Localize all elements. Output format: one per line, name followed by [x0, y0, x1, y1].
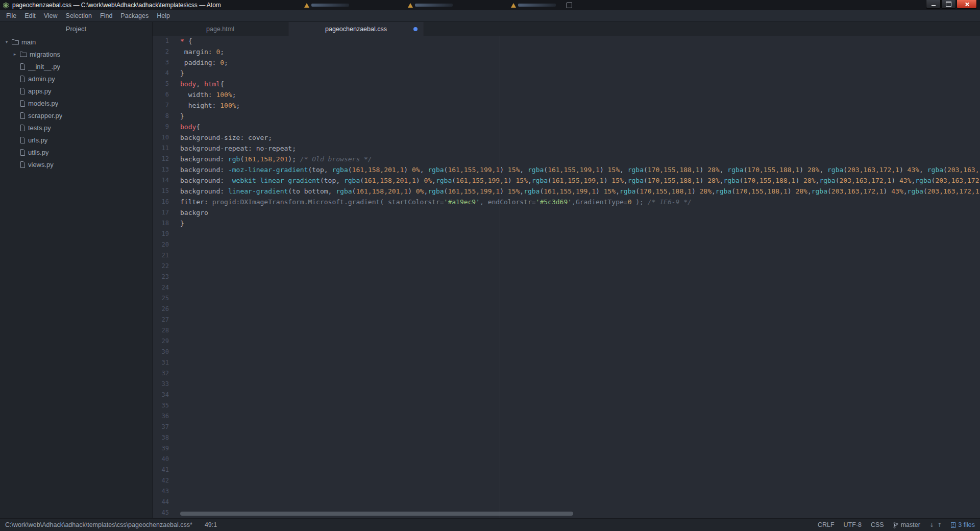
line-number: 23 — [153, 272, 175, 282]
git-changed-files-label: 3 files — [958, 521, 975, 528]
code-line-40 — [180, 454, 980, 465]
menu-file[interactable]: File — [2, 10, 20, 21]
tree-file-apps.py[interactable]: apps.py — [0, 85, 152, 97]
code-line-19 — [180, 229, 980, 239]
minimize-button[interactable] — [926, 0, 941, 9]
file-icon — [20, 137, 26, 143]
tree-item-label: main — [21, 38, 36, 46]
menu-find[interactable]: Find — [96, 10, 116, 21]
code-line-39 — [180, 443, 980, 454]
tab-page.html[interactable]: page.html — [153, 22, 288, 36]
maximize-icon — [946, 2, 951, 7]
modified-indicator-icon[interactable] — [413, 27, 418, 31]
menu-help[interactable]: Help — [153, 10, 174, 21]
project-tree: ▾main▸migrations__init__.pyadmin.pyapps.… — [0, 36, 152, 518]
code-line-38 — [180, 432, 980, 443]
code-line-27 — [180, 315, 980, 325]
warning-icon — [304, 3, 309, 8]
code-line-31 — [180, 357, 980, 368]
line-number: 2 — [153, 46, 175, 57]
line-number: 27 — [153, 315, 175, 325]
code-line-26 — [180, 304, 980, 315]
maximize-button[interactable] — [941, 0, 956, 9]
line-number: 14 — [153, 175, 175, 186]
code-line-9: body{ — [180, 122, 980, 132]
line-ending-indicator[interactable]: CRLF — [818, 521, 835, 528]
line-number: 7 — [153, 100, 175, 111]
line-number: 31 — [153, 357, 175, 368]
git-push-icon: ↑ — [937, 522, 942, 528]
tree-item-label: views.py — [28, 161, 54, 168]
git-sync-indicators[interactable]: ↓ ↑ — [929, 522, 942, 528]
code-line-15: background: linear-gradient(to bottom, r… — [180, 186, 980, 197]
code-line-12: background: rgb(161,158,201); /* Old bro… — [180, 154, 980, 164]
code-line-21 — [180, 250, 980, 261]
line-number-gutter: 1234567891011121314151617181920212223242… — [153, 36, 175, 518]
code-line-35 — [180, 400, 980, 411]
tree-file-__init__.py[interactable]: __init__.py — [0, 60, 152, 73]
code-line-16: filter: progid:DXImageTransform.Microsof… — [180, 197, 980, 207]
tree-file-admin.py[interactable]: admin.py — [0, 73, 152, 85]
code-line-17: backgro — [180, 207, 980, 218]
menu-packages[interactable]: Packages — [116, 10, 153, 21]
tree-folder-migrations[interactable]: ▸migrations — [0, 48, 152, 60]
line-number: 18 — [153, 218, 175, 229]
tree-file-scrapper.py[interactable]: scrapper.py — [0, 109, 152, 122]
horizontal-scrollbar[interactable] — [180, 512, 974, 516]
code-line-37 — [180, 422, 980, 432]
tree-folder-main[interactable]: ▾main — [0, 36, 152, 48]
line-number: 21 — [153, 250, 175, 261]
line-number: 26 — [153, 304, 175, 315]
code-line-24 — [180, 282, 980, 293]
tree-file-urls.py[interactable]: urls.py — [0, 134, 152, 146]
tab-pageochenzaebal.css[interactable]: pageochenzaebal.css — [288, 22, 424, 36]
menu-selection[interactable]: Selection — [62, 10, 96, 21]
code-line-23 — [180, 272, 980, 282]
line-number: 34 — [153, 390, 175, 400]
menu-edit[interactable]: Edit — [20, 10, 40, 21]
status-left: C:\work\web\Adhack\adhack\templates\css\… — [5, 521, 217, 528]
grammar-indicator[interactable]: CSS — [871, 521, 884, 528]
line-number: 24 — [153, 282, 175, 293]
window-title: pageochenzaebal.css — C:\work\web\Adhack… — [12, 2, 221, 9]
line-number: 42 — [153, 475, 175, 486]
git-changed-files[interactable]: 3 files — [951, 521, 975, 528]
window-controls — [925, 0, 977, 9]
atom-window: pageochenzaebal.css — C:\work\web\Adhack… — [0, 0, 980, 531]
line-number: 10 — [153, 132, 175, 143]
code-line-43 — [180, 486, 980, 497]
tree-file-tests.py[interactable]: tests.py — [0, 122, 152, 134]
line-number: 37 — [153, 422, 175, 432]
tree-item-label: admin.py — [28, 75, 55, 83]
code-line-7: height: 100%; — [180, 100, 980, 111]
background-text-fragment — [311, 4, 349, 7]
line-number: 8 — [153, 111, 175, 122]
menu-view[interactable]: View — [40, 10, 62, 21]
close-icon — [965, 2, 969, 7]
cursor-position[interactable]: 49:1 — [205, 521, 217, 528]
line-number: 3 — [153, 57, 175, 68]
diff-icon — [951, 522, 955, 528]
encoding-indicator[interactable]: UTF-8 — [844, 521, 862, 528]
warning-icon — [408, 3, 413, 8]
line-number: 35 — [153, 400, 175, 411]
line-number: 30 — [153, 347, 175, 357]
code-line-44 — [180, 497, 980, 508]
git-branch[interactable]: master — [893, 521, 920, 528]
project-header: Project — [0, 22, 152, 36]
background-window-fragment — [408, 2, 453, 9]
code-line-13: background: -moz-linear-gradient(top, rg… — [180, 164, 980, 175]
menu-bar: FileEditViewSelectionFindPackagesHelp — [0, 10, 980, 22]
code-line-20 — [180, 239, 980, 250]
tree-item-label: utils.py — [28, 149, 48, 156]
tree-file-utils.py[interactable]: utils.py — [0, 146, 152, 158]
file-path[interactable]: C:\work\web\Adhack\adhack\templates\css\… — [5, 521, 192, 528]
tree-file-views.py[interactable]: views.py — [0, 158, 152, 171]
close-button[interactable] — [957, 0, 977, 9]
tree-file-models.py[interactable]: models.py — [0, 97, 152, 109]
code-area[interactable]: * { margin: 0; padding: 0;}body, html{ w… — [175, 36, 980, 518]
code-line-2: margin: 0; — [180, 46, 980, 57]
scrollbar-thumb[interactable] — [180, 512, 573, 516]
file-icon — [20, 88, 26, 94]
text-editor[interactable]: 1234567891011121314151617181920212223242… — [153, 36, 980, 518]
